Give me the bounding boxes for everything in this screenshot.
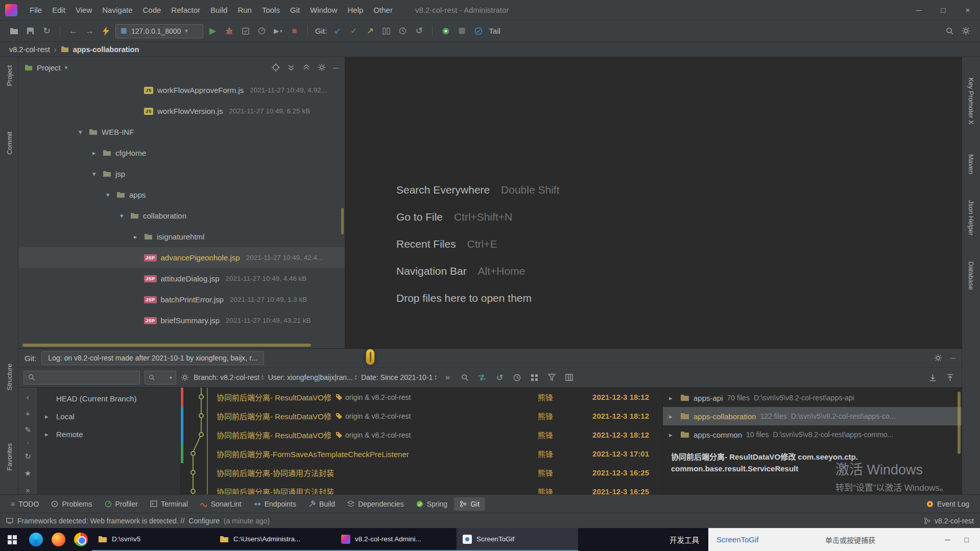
editor-area[interactable]: Search Everywhere Double Shift Go to Fil… [345,57,962,348]
git-panel-title[interactable]: Git: [25,354,36,363]
toolwindow-tab-structure[interactable]: Structure [5,364,13,391]
rollback-button[interactable]: ↺ [412,24,426,38]
git-log-tab[interactable]: Log: on v8.2-col-rest made after 2021-10… [41,351,264,365]
run-with-dropdown-button[interactable]: ▶▾ [271,24,285,38]
add-icon[interactable]: + [26,409,30,418]
taskbar-window-users-folder[interactable]: C:\Users\Administra... [213,528,335,551]
horizontal-scrollbar[interactable] [22,344,311,347]
tree-item-isignaturehtml[interactable]: ▸ isignaturehtml [18,226,345,247]
commit-row[interactable]: 协同前后端分离- ResultDataVO修 origin & v8.2-col… [181,425,662,444]
git-search-history-combo[interactable]: ▾ [145,371,176,385]
open-folder-button[interactable] [7,24,21,38]
branch-item-remote[interactable]: ▸ Remote [38,425,180,443]
chevron-right-icon[interactable]: ▸ [669,413,676,420]
minimize-button[interactable]: ─ [906,0,931,20]
branch-item-head[interactable]: HEAD (Current Branch) [38,390,180,408]
git-push-button[interactable]: ↗ [363,24,377,38]
taskbar-window-screentogif[interactable]: ScreenToGif [457,528,578,551]
run-button[interactable]: ▶ [206,24,220,38]
gear-icon[interactable] [181,373,189,381]
collapse-panel-button[interactable] [926,371,939,384]
menu-git[interactable]: Git [285,4,305,16]
menu-window[interactable]: Window [305,4,342,16]
project-panel-title[interactable]: Project [37,63,61,72]
chevron-right-icon[interactable]: ▸ [92,149,103,157]
tree-item-cfghome[interactable]: ▸ cfgHome [18,142,345,163]
current-branch-widget[interactable]: v8.2-col-rest [935,517,974,525]
commit-row[interactable]: 协同前后端分离- ResultDataVO修 origin & v8.2-col… [181,406,662,425]
forward-button[interactable]: → [83,24,97,38]
tree-item-collaboration[interactable]: ▾ collaboration [18,205,345,226]
chevron-right-icon[interactable]: ▸ [134,233,144,241]
debug-button[interactable] [222,24,236,38]
chevron-right-icon[interactable]: ▸ [669,431,676,439]
history-button[interactable] [396,24,410,38]
settings-button[interactable] [959,24,973,38]
search-everywhere-button[interactable] [943,24,957,38]
toolwindow-button-sonarlint[interactable]: SonarLint [195,497,247,511]
screentogif-maximize-button[interactable]: □ [962,536,972,544]
edit-icon[interactable]: ✎ [25,425,31,435]
save-button[interactable] [23,24,37,38]
services-status-button[interactable] [439,24,452,38]
toolwindow-button-profiler[interactable]: Profiler [99,497,144,511]
event-log-button[interactable]: Event Log [921,497,975,511]
git-update-button[interactable]: ↙ [330,24,344,38]
more-filters-button[interactable]: » [441,371,454,384]
profile-button[interactable] [255,24,269,38]
menu-file[interactable]: File [25,4,47,16]
toolwindow-button-git[interactable]: Git [454,497,485,511]
screentogif-minimize-button[interactable]: ─ [942,536,953,544]
compare-branches-button[interactable] [476,371,489,384]
tree-item-apps[interactable]: ▾ apps [18,184,345,205]
chevron-right-icon[interactable]: ▸ [45,430,52,438]
menu-tools[interactable]: Tools [257,4,285,16]
view-options-button[interactable] [528,371,541,384]
menu-help[interactable]: Help [343,4,369,16]
menu-edit[interactable]: Edit [47,4,70,16]
menu-view[interactable]: View [70,4,97,16]
gear-icon[interactable] [934,354,942,362]
toolwindow-tab-json-helper[interactable]: Json Helper [967,200,975,235]
star-icon[interactable]: ★ [25,469,31,478]
coverage-button[interactable] [238,24,252,38]
menu-build[interactable]: Build [205,4,232,16]
toolwindow-button-build[interactable]: Build [303,497,341,511]
chevron-down-icon[interactable]: ▾ [92,170,103,178]
refresh-icon[interactable]: ↻ [25,452,31,461]
toolwindow-button-todo[interactable]: ≡ TODO [5,497,44,511]
changed-module-row[interactable]: ▸ apps-collaboration 122 files D:\svn\v5… [663,407,962,425]
close-button[interactable]: × [955,0,980,20]
back-icon[interactable]: ‹ [27,393,29,401]
toolwindow-tab-database[interactable]: Database [967,261,975,290]
tree-item-batchprinterror-jsp[interactable]: JSP batchPrintError.jsp 2021-11-27 10:49… [18,289,345,310]
chevron-right-icon[interactable]: ▸ [45,413,52,420]
taskbar-chrome-button[interactable] [69,528,92,551]
taskbar-window-intellij[interactable]: v8.2-col-rest Admini... [335,528,457,551]
background-tasks-icon[interactable] [6,518,13,524]
commit-row[interactable]: 协同前后端分离-协同通用方法封装 熊锋 2021-12-3 16:25 [181,463,662,482]
run-configuration-select[interactable]: 127.0.0.1_8000 ▾ [115,24,203,38]
show-history-button[interactable] [511,371,523,384]
more-icon[interactable]: » [26,486,30,494]
tree-item-briefsummary-jsp[interactable]: JSP briefSummary.jsp 2021-11-27 10:49, 4… [18,310,345,331]
breadcrumb-root[interactable]: v8.2-col-rest [9,45,50,54]
toolwindow-tab-favorites[interactable]: Favorites [5,443,13,470]
menu-other[interactable]: Other [368,4,398,16]
disabled-plugin-button[interactable] [455,24,469,38]
filter-button[interactable] [545,371,558,384]
menu-run[interactable]: Run [232,4,257,16]
date-filter[interactable]: Date: Since 2021-10-1 ▴▾ [361,373,437,381]
menu-code[interactable]: Code [137,4,166,16]
back-button[interactable]: ← [66,24,80,38]
tree-item-advancepigeonhole-jsp[interactable]: JSP advancePigeonhole.jsp 2021-11-27 10:… [18,247,345,268]
find-commit-button[interactable] [459,371,471,384]
tail-button[interactable] [471,24,485,38]
sync-button[interactable]: ↻ [40,24,54,38]
locate-icon[interactable] [272,63,280,71]
breadcrumb-current[interactable]: apps-collaboration [73,45,139,54]
toolwindow-button-spring[interactable]: Spring [411,497,453,511]
changed-module-row[interactable]: ▸ apps-api 70 files D:\svn\v5\v8.2-col-r… [663,389,962,407]
commit-row[interactable]: 协同前后端分离-协同通用方法封装 熊锋 2021-12-3 16:25 [181,482,662,494]
menu-refactor[interactable]: Refactor [166,4,205,16]
